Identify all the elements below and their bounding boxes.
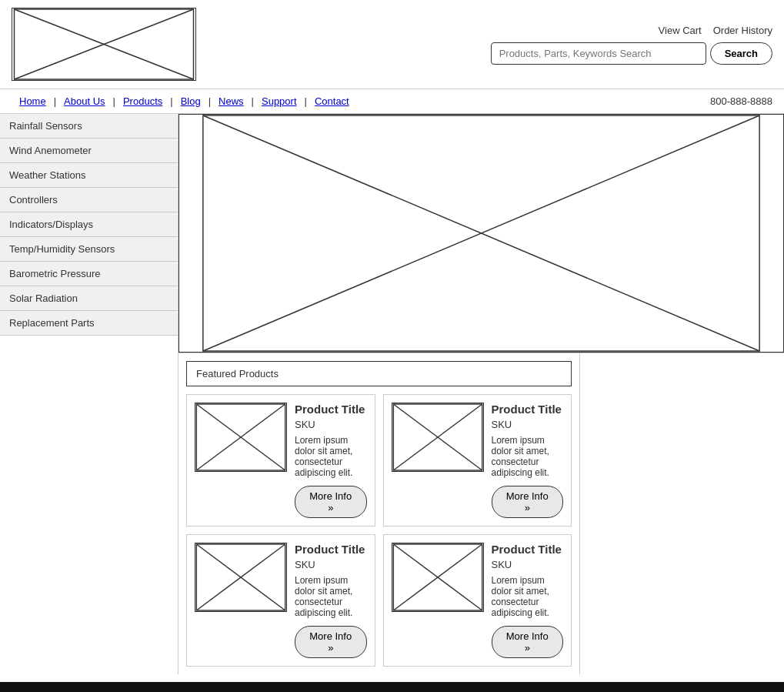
product-info-2: Product Title SKU Lorem ipsum dolor sit … — [295, 543, 367, 658]
nav-links: Home | About Us | Products | Blog | News… — [12, 95, 357, 107]
nav-link-blog[interactable]: Blog — [173, 95, 209, 107]
product-info-0: Product Title SKU Lorem ipsum dolor sit … — [295, 403, 367, 518]
featured-section: Featured Products Product Title SKU Lore… — [178, 353, 580, 674]
product-sku-1: SKU — [492, 419, 564, 430]
nav-link-products[interactable]: Products — [115, 95, 170, 107]
order-history-link[interactable]: Order History — [713, 25, 772, 36]
nav-link-contact[interactable]: Contact — [307, 95, 357, 107]
sidebar-item-6[interactable]: Barometric Pressure — [0, 262, 178, 286]
product-desc-3: Lorem ipsum dolor sit amet, consectetur … — [492, 575, 564, 618]
more-info-button-0[interactable]: More Info » — [295, 486, 367, 518]
product-image-3 — [392, 543, 484, 612]
products-grid: Product Title SKU Lorem ipsum dolor sit … — [178, 394, 579, 674]
nav-link-support[interactable]: Support — [254, 95, 305, 107]
product-desc-1: Lorem ipsum dolor sit amet, consectetur … — [492, 435, 564, 478]
product-desc-2: Lorem ipsum dolor sit amet, consectetur … — [295, 575, 367, 618]
product-sku-2: SKU — [295, 559, 367, 570]
search-bar: Search — [491, 42, 772, 65]
sidebar-item-1[interactable]: Wind Anemometer — [0, 139, 178, 163]
sidebar-item-4[interactable]: Indicators/Displays — [0, 212, 178, 237]
product-info-1: Product Title SKU Lorem ipsum dolor sit … — [492, 403, 564, 518]
nav-link-home[interactable]: Home — [12, 95, 54, 107]
product-sku-3: SKU — [492, 559, 564, 570]
right-sidebar — [580, 353, 784, 674]
product-sku-0: SKU — [295, 419, 367, 430]
footer — [0, 682, 784, 692]
product-info-3: Product Title SKU Lorem ipsum dolor sit … — [492, 543, 564, 658]
sidebar-item-0[interactable]: Rainfall Sensors — [0, 114, 178, 139]
product-title-2: Product Title — [295, 543, 367, 556]
header-top-links: View Cart Order History — [659, 25, 772, 36]
product-card-0: Product Title SKU Lorem ipsum dolor sit … — [186, 394, 375, 527]
header-right: View Cart Order History Search — [491, 25, 772, 65]
header: View Cart Order History Search — [0, 0, 784, 89]
product-image-1 — [392, 403, 484, 472]
logo — [12, 8, 196, 81]
nav-link-about-us[interactable]: About Us — [56, 95, 112, 107]
product-card-2: Product Title SKU Lorem ipsum dolor sit … — [186, 534, 375, 667]
product-image-0 — [195, 403, 287, 472]
content-area: Featured Products Product Title SKU Lore… — [178, 114, 784, 674]
more-info-button-1[interactable]: More Info » — [492, 486, 564, 518]
sidebar-item-2[interactable]: Weather Stations — [0, 163, 178, 188]
product-desc-0: Lorem ipsum dolor sit amet, consectetur … — [295, 435, 367, 478]
phone-number: 800-888-8888 — [710, 95, 772, 107]
content-section: Featured Products Product Title SKU Lore… — [178, 353, 784, 674]
product-title-0: Product Title — [295, 403, 367, 416]
sidebar-item-7[interactable]: Solar Radiation — [0, 286, 178, 311]
sidebar-item-3[interactable]: Controllers — [0, 188, 178, 212]
product-title-3: Product Title — [492, 543, 564, 556]
sidebar: Rainfall SensorsWind AnemometerWeather S… — [0, 114, 178, 674]
main-content: Rainfall SensorsWind AnemometerWeather S… — [0, 114, 784, 674]
search-button[interactable]: Search — [710, 42, 772, 65]
product-title-1: Product Title — [492, 403, 564, 416]
sidebar-item-8[interactable]: Replacement Parts — [0, 311, 178, 336]
nav-link-news[interactable]: News — [211, 95, 252, 107]
product-card-1: Product Title SKU Lorem ipsum dolor sit … — [383, 394, 572, 527]
banner-image — [178, 114, 784, 353]
view-cart-link[interactable]: View Cart — [659, 25, 702, 36]
search-input[interactable] — [491, 42, 706, 65]
product-card-3: Product Title SKU Lorem ipsum dolor sit … — [383, 534, 572, 667]
more-info-button-2[interactable]: More Info » — [295, 626, 367, 658]
product-image-2 — [195, 543, 287, 612]
nav-bar: Home | About Us | Products | Blog | News… — [0, 89, 784, 114]
featured-header: Featured Products — [186, 361, 572, 386]
more-info-button-3[interactable]: More Info » — [492, 626, 564, 658]
sidebar-item-5[interactable]: Temp/Humidity Sensors — [0, 237, 178, 262]
